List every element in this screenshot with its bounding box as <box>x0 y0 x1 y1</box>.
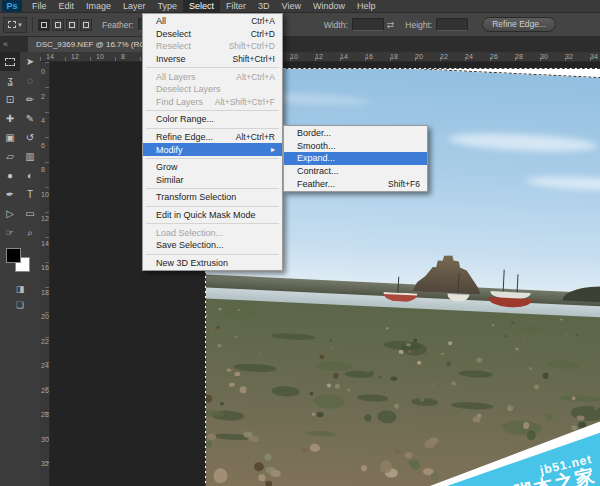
ruler-number: 2 <box>41 93 45 100</box>
menu-separator <box>146 223 279 224</box>
menu-item-deselect[interactable]: DeselectCtrl+D <box>143 28 282 41</box>
hand-tool-icon[interactable]: ☞ <box>0 223 20 242</box>
menu-shortcut: Shift+F6 <box>388 179 420 189</box>
tool-preset-picker[interactable]: ▾ <box>3 17 27 33</box>
ruler-number: 4 <box>41 117 45 124</box>
menu-bar: Ps FileEditImageLayerTypeSelectFilter3DV… <box>0 0 600 13</box>
add-to-selection-mode-button[interactable] <box>52 19 64 31</box>
subtract-from-selection-mode-button[interactable] <box>66 19 78 31</box>
type-tool-icon[interactable]: T <box>20 185 40 204</box>
blur-tool-icon[interactable]: ● <box>0 166 20 185</box>
width-label: Width: <box>324 20 348 30</box>
menubar-item-3d[interactable]: 3D <box>252 0 276 13</box>
menu-item-contract[interactable]: Contract... <box>284 165 427 178</box>
zoom-tool-icon[interactable]: ⌕ <box>20 223 40 242</box>
ruler-number: 16 <box>365 53 373 60</box>
ruler-number: 32 <box>41 460 49 467</box>
menubar-item-select[interactable]: Select <box>183 0 220 13</box>
menu-item-border[interactable]: Border... <box>284 127 427 140</box>
options-bar: ▾ Feather: 0 px Width: ⇄ Height: Refine … <box>0 13 600 37</box>
ruler-number: 12 <box>41 215 49 222</box>
dodge-tool-icon[interactable]: ◐ <box>20 166 40 185</box>
menu-item-new-3d-extrusion[interactable]: New 3D Extrusion <box>143 257 282 270</box>
menu-item-deselect-layers[interactable]: Deselect Layers <box>143 83 282 96</box>
menu-item-grow[interactable]: Grow <box>143 161 282 174</box>
pen-tool-icon[interactable]: ✒ <box>0 185 20 204</box>
quick-selection-tool-icon[interactable]: ◌ <box>20 71 40 90</box>
quick-mask-button[interactable]: ◨ <box>0 284 40 294</box>
submenu-arrow-icon: ▸ <box>271 145 275 154</box>
modify-submenu: Border...Smooth...Expand...Contract...Fe… <box>283 125 428 192</box>
lasso-tool-icon[interactable]: ʓ <box>0 71 20 90</box>
menu-item-expand[interactable]: Expand... <box>284 152 427 165</box>
menu-shortcut: Alt+Shift+Ctrl+F <box>215 97 275 107</box>
menu-item-all-layers[interactable]: All LayersAlt+Ctrl+A <box>143 70 282 83</box>
shape-tool-icon[interactable]: ▭ <box>20 204 40 223</box>
menubar-item-type[interactable]: Type <box>152 0 184 13</box>
crop-tool-icon[interactable]: ⊡ <box>0 90 20 109</box>
menubar-item-layer[interactable]: Layer <box>117 0 152 13</box>
move-tool-icon[interactable]: ➤ <box>20 52 40 71</box>
menubar-item-file[interactable]: File <box>26 0 53 13</box>
ruler-number: 20 <box>41 313 49 320</box>
menu-item-edit-in-quick-mask-mode[interactable]: Edit in Quick Mask Mode <box>143 209 282 222</box>
history-brush-tool-icon[interactable]: ↺ <box>20 128 40 147</box>
menu-shortcut: Shift+Ctrl+I <box>232 54 275 64</box>
marquee-preset-icon <box>8 21 16 28</box>
rectangular-marquee-tool-icon[interactable] <box>0 52 20 71</box>
path-selection-tool-icon[interactable]: ▷ <box>0 204 20 223</box>
document-tab-bar: « DSC_9369.NEF @ 16.7% (RGB/8*) <box>0 37 600 52</box>
menu-item-load-selection[interactable]: Load Selection... <box>143 226 282 239</box>
menu-item-modify[interactable]: Modify▸ <box>143 143 282 156</box>
menu-shortcut: Shift+Ctrl+D <box>229 41 275 51</box>
menu-item-all[interactable]: AllCtrl+A <box>143 15 282 28</box>
intersect-selection-mode-button[interactable] <box>80 19 92 31</box>
new-selection-mode-button[interactable] <box>38 19 50 31</box>
menu-item-refine-edge[interactable]: Refine Edge...Alt+Ctrl+R <box>143 131 282 144</box>
ruler-number: 18 <box>41 289 49 296</box>
collapse-panels-icon[interactable]: « <box>3 39 8 49</box>
menu-item-feather[interactable]: Feather...Shift+F6 <box>284 177 427 190</box>
menubar-item-image[interactable]: Image <box>80 0 117 13</box>
menu-item-find-layers[interactable]: Find LayersAlt+Shift+Ctrl+F <box>143 96 282 109</box>
ruler-number: 22 <box>41 338 49 345</box>
feather-label: Feather: <box>102 20 134 30</box>
eyedropper-tool-icon[interactable]: ✏ <box>20 90 40 109</box>
menu-item-reselect[interactable]: ReselectShift+Ctrl+D <box>143 40 282 53</box>
brush-tool-icon[interactable]: ✎ <box>20 109 40 128</box>
width-input[interactable] <box>352 18 384 31</box>
clone-stamp-tool-icon[interactable]: ▣ <box>0 128 20 147</box>
ruler-number: 24 <box>41 362 49 369</box>
menu-item-similar[interactable]: Similar <box>143 174 282 187</box>
menubar-item-help[interactable]: Help <box>351 0 382 13</box>
screen-mode-button[interactable]: ❏ <box>0 300 40 310</box>
ruler-number: 34 <box>590 53 598 60</box>
menubar-item-view[interactable]: View <box>276 0 307 13</box>
menu-item-smooth[interactable]: Smooth... <box>284 140 427 153</box>
ruler-number: 14 <box>46 53 54 60</box>
horizontal-ruler: 14121086810121416182022242628303234 <box>40 52 600 62</box>
refine-edge-button[interactable]: Refine Edge... <box>482 17 556 32</box>
menu-item-color-range[interactable]: Color Range... <box>143 113 282 126</box>
ruler-number: 24 <box>465 53 473 60</box>
ruler-number: 8 <box>121 53 125 60</box>
menubar-item-window[interactable]: Window <box>307 0 351 13</box>
height-label: Height: <box>405 20 432 30</box>
height-input[interactable] <box>436 18 468 31</box>
menubar-item-filter[interactable]: Filter <box>220 0 252 13</box>
ruler-number: 12 <box>315 53 323 60</box>
link-dimensions-icon[interactable]: ⇄ <box>387 20 395 30</box>
menu-shortcut: Alt+Ctrl+R <box>236 132 275 142</box>
menu-item-transform-selection[interactable]: Transform Selection <box>143 191 282 204</box>
menu-item-inverse[interactable]: InverseShift+Ctrl+I <box>143 53 282 66</box>
foreground-color-swatch[interactable] <box>6 248 21 263</box>
menu-item-save-selection[interactable]: Save Selection... <box>143 239 282 252</box>
eraser-tool-icon[interactable]: ▱ <box>0 147 20 166</box>
healing-brush-tool-icon[interactable]: ✚ <box>0 109 20 128</box>
menubar-item-edit[interactable]: Edit <box>53 0 81 13</box>
tool-grid: ➤ʓ◌⊡✏✚✎▣↺▱▥●◐✒T▷▭☞⌕ <box>0 52 40 242</box>
ruler-number: 14 <box>41 240 49 247</box>
ruler-number: 8 <box>41 166 45 173</box>
gradient-tool-icon[interactable]: ▥ <box>20 147 40 166</box>
ruler-number: 20 <box>415 53 423 60</box>
